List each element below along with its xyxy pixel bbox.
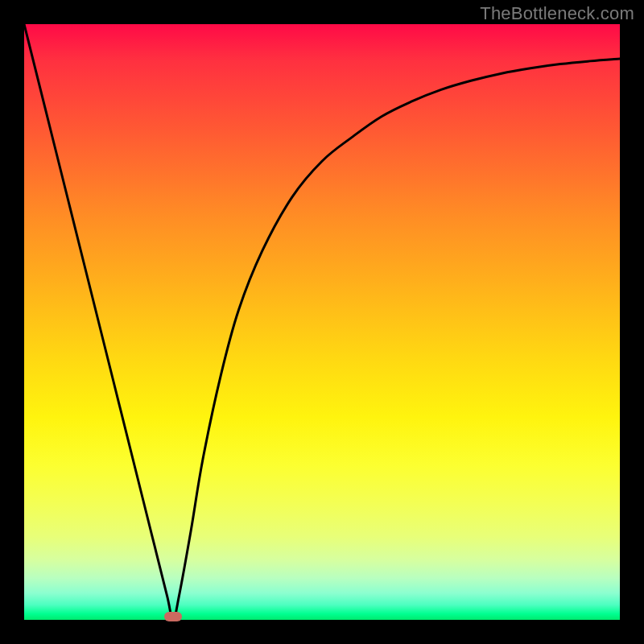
- plot-area: [24, 24, 620, 620]
- chart-frame: TheBottleneck.com: [0, 0, 644, 644]
- optimal-point-marker: [164, 612, 182, 621]
- watermark-text: TheBottleneck.com: [480, 3, 634, 24]
- bottleneck-curve: [24, 24, 620, 620]
